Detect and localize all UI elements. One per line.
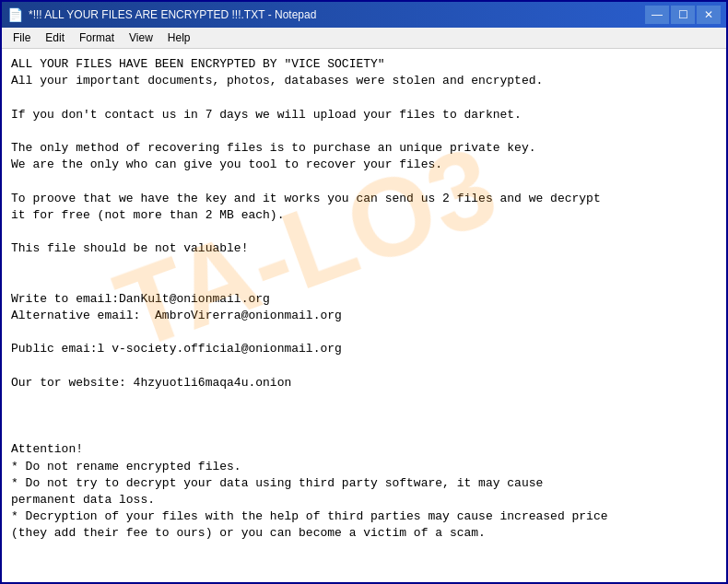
minimize-button[interactable]: —	[645, 6, 669, 24]
notepad-window: 📄 *!!! ALL YOUR FILES ARE ENCRYPTED !!!.…	[0, 0, 728, 584]
title-buttons: — ☐ ✕	[645, 6, 721, 24]
content-area[interactable]: TA-LO3 ALL YOUR FILES HAVE BEEN ENCRYPTE…	[2, 49, 726, 582]
menu-file[interactable]: File	[6, 29, 38, 46]
notepad-content: ALL YOUR FILES HAVE BEEN ENCRYPTED BY "V…	[11, 56, 717, 542]
maximize-button[interactable]: ☐	[671, 6, 695, 24]
menu-bar: File Edit Format View Help	[2, 28, 726, 49]
title-bar-left: 📄 *!!! ALL YOUR FILES ARE ENCRYPTED !!!.…	[7, 7, 316, 22]
close-button[interactable]: ✕	[697, 6, 721, 24]
title-text: *!!! ALL YOUR FILES ARE ENCRYPTED !!!.TX…	[29, 8, 316, 21]
menu-help[interactable]: Help	[160, 29, 198, 46]
title-icon: 📄	[7, 7, 23, 22]
menu-edit[interactable]: Edit	[38, 29, 72, 46]
menu-view[interactable]: View	[122, 29, 160, 46]
title-bar: 📄 *!!! ALL YOUR FILES ARE ENCRYPTED !!!.…	[2, 2, 726, 28]
menu-format[interactable]: Format	[72, 29, 122, 46]
